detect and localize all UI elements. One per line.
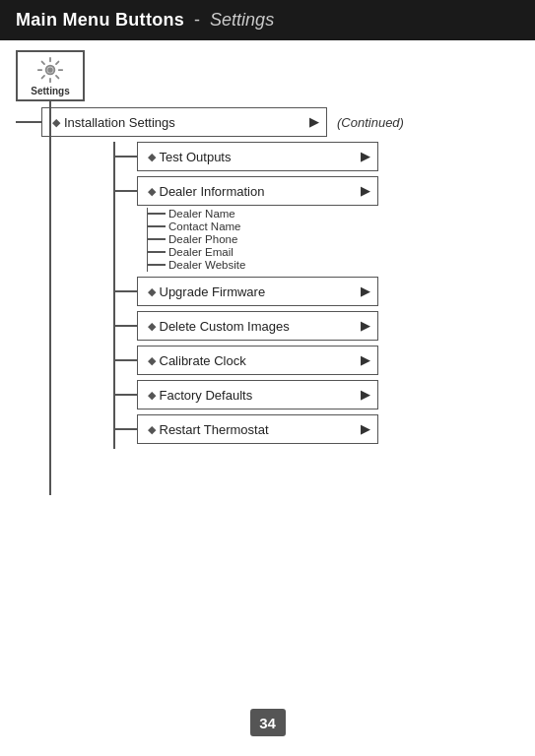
- dealer-info-row: ◆ Dealer Information ▶: [115, 176, 378, 272]
- test-outputs-label: ◆ Test Outputs: [148, 150, 232, 164]
- arrow-icon: ▶: [361, 422, 369, 436]
- arrow-icon: ▶: [361, 184, 369, 198]
- tree-area: ◆ Installation Settings ▶ (Continued): [16, 101, 519, 495]
- restart-thermostat-label: ◆ Restart Thermostat: [148, 422, 269, 437]
- header-title-main: Main Menu Buttons: [16, 10, 184, 31]
- svg-point-1: [47, 67, 52, 72]
- factory-defaults-label: ◆ Factory Defaults: [148, 388, 253, 403]
- contact-name-row: Contact Name: [148, 220, 245, 232]
- restart-thermostat-row: ◆ Restart Thermostat ▶: [115, 414, 378, 444]
- bullet-icon: ◆: [148, 354, 156, 367]
- icon-row: Settings: [16, 50, 519, 101]
- main-content: Settings ◆ Installation Settings ▶: [0, 40, 535, 495]
- page-header: Main Menu Buttons - Settings: [0, 0, 535, 40]
- upgrade-firmware-label: ◆ Upgrade Firmware: [148, 284, 266, 299]
- arrow-icon: ▶: [361, 150, 369, 163]
- calibrate-clock-label: ◆ Calibrate Clock: [148, 353, 246, 368]
- bullet-icon: ◆: [148, 151, 156, 163]
- header-title-sub: Settings: [210, 10, 274, 31]
- dealer-info-label: ◆ Dealer Information: [148, 184, 265, 199]
- dealer-website-row: Dealer Website: [148, 259, 245, 271]
- branches: ◆ Installation Settings ▶ (Continued): [77, 107, 404, 495]
- dealer-info-box[interactable]: ◆ Dealer Information ▶: [137, 176, 378, 206]
- upgrade-firmware-row: ◆ Upgrade Firmware ▶: [115, 277, 378, 306]
- header-dash: -: [194, 10, 200, 31]
- arrow-right-icon: ▶: [309, 115, 318, 129]
- dealer-phone-row: Dealer Phone: [148, 233, 245, 245]
- dealer-email-row: Dealer Email: [148, 246, 245, 258]
- page-number: 34: [250, 709, 286, 736]
- test-outputs-box[interactable]: ◆ Test Outputs ▶: [137, 142, 378, 171]
- contact-name-label: Contact Name: [168, 220, 241, 232]
- installation-settings-row: ◆ Installation Settings ▶ (Continued): [77, 107, 404, 137]
- bullet-icon: ◆: [148, 185, 156, 198]
- arrow-icon: ▶: [361, 319, 369, 333]
- dealer-name-label: Dealer Name: [168, 208, 235, 220]
- continued-label: (Continued): [337, 115, 404, 130]
- calibrate-clock-row: ◆ Calibrate Clock ▶: [115, 346, 378, 375]
- settings-gear-icon: [36, 56, 64, 84]
- dealer-sub-items: Dealer Name Contact Name Dealer Phone: [148, 208, 245, 272]
- arrow-icon: ▶: [361, 284, 369, 298]
- delete-images-box[interactable]: ◆ Delete Custom Images ▶: [137, 311, 378, 341]
- calibrate-clock-box[interactable]: ◆ Calibrate Clock ▶: [137, 346, 378, 375]
- test-outputs-row: ◆ Test Outputs ▶: [115, 142, 378, 171]
- installation-settings-box[interactable]: ◆ Installation Settings ▶: [41, 107, 327, 137]
- dealer-phone-label: Dealer Phone: [168, 233, 237, 245]
- upgrade-firmware-box[interactable]: ◆ Upgrade Firmware ▶: [137, 277, 378, 306]
- level2-branches: ◆ Test Outputs ▶ ◆: [115, 142, 378, 449]
- bullet-icon: ◆: [148, 320, 156, 333]
- bullet-icon: ◆: [148, 285, 156, 298]
- delete-images-label: ◆ Delete Custom Images: [148, 319, 290, 334]
- arrow-icon: ▶: [361, 388, 369, 402]
- dealer-sub-block: Dealer Name Contact Name Dealer Phone: [147, 208, 378, 272]
- settings-icon-label: Settings: [31, 86, 69, 96]
- dealer-name-row: Dealer Name: [148, 208, 245, 220]
- settings-icon-box: Settings: [16, 50, 85, 101]
- factory-defaults-row: ◆ Factory Defaults ▶: [115, 380, 378, 410]
- restart-thermostat-box[interactable]: ◆ Restart Thermostat ▶: [137, 414, 378, 444]
- factory-defaults-box[interactable]: ◆ Factory Defaults ▶: [137, 380, 378, 410]
- delete-images-row: ◆ Delete Custom Images ▶: [115, 311, 378, 341]
- bullet-icon: ◆: [148, 423, 156, 436]
- dealer-website-label: Dealer Website: [168, 259, 245, 271]
- installation-settings-item: ◆ Installation Settings ▶: [41, 107, 327, 137]
- arrow-icon: ▶: [361, 353, 369, 367]
- level2-area: ◆ Test Outputs ▶ ◆: [77, 142, 404, 449]
- dealer-email-label: Dealer Email: [168, 246, 234, 258]
- bullet-icon: ◆: [148, 389, 156, 402]
